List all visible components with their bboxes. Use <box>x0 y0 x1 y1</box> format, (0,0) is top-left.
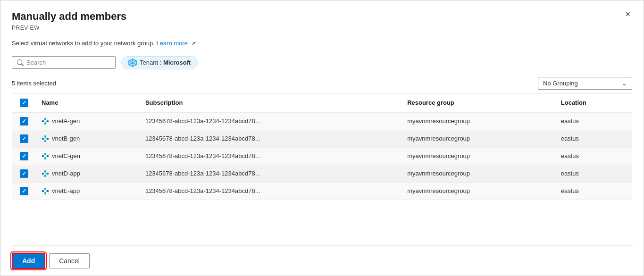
add-button[interactable]: Add <box>12 253 45 269</box>
row-resource-group: myavnmresourcegroup <box>401 147 555 165</box>
row-location: eastus <box>555 165 632 182</box>
dialog-title: Manually add members <box>12 10 632 24</box>
row-subscription: 12345678-abcd-123a-1234-1234abcd78... <box>140 112 401 130</box>
close-button[interactable]: × <box>621 8 634 20</box>
row-subscription: 12345678-abcd-123a-1234-1234abcd78... <box>140 182 401 200</box>
row-name: vnetC-gen <box>36 147 140 165</box>
tenant-icon <box>128 59 137 67</box>
row-name: vnetD-app <box>36 165 140 182</box>
table-row: vnetC-gen 12345678-abcd-123a-1234-1234ab… <box>12 147 632 165</box>
table-body: vnetA-gen 12345678-abcd-123a-1234-1234ab… <box>12 112 632 200</box>
svg-rect-24 <box>44 158 46 159</box>
members-table: Name Subscription Resource group Locatio… <box>12 94 632 200</box>
row-resource-group: myavnmresourcegroup <box>401 112 555 130</box>
chevron-down-icon: ⌄ <box>622 80 627 87</box>
row-name-text: vnetC-gen <box>52 152 80 159</box>
svg-rect-29 <box>42 173 44 175</box>
tenant-label: Tenant : Microsoft <box>140 59 191 66</box>
svg-rect-31 <box>44 170 46 172</box>
row-name-text: vnetA-gen <box>52 117 80 125</box>
tenant-badge[interactable]: Tenant : Microsoft <box>121 56 198 69</box>
table-row: vnetA-gen 12345678-abcd-123a-1234-1234ab… <box>12 112 632 130</box>
toolbar: Tenant : Microsoft <box>0 52 644 73</box>
row-name-text: vnetD-app <box>52 170 80 177</box>
row-location: eastus <box>555 182 632 200</box>
row-name-text: vnetE-app <box>52 187 80 194</box>
dialog-description: Select virtual networks to add to your n… <box>0 36 644 52</box>
svg-rect-14 <box>47 138 49 140</box>
row-checkbox-cell[interactable] <box>12 112 36 130</box>
row-checkbox-cell[interactable] <box>12 147 36 165</box>
table-row: vnetD-app 12345678-abcd-123a-1234-1234ab… <box>12 165 632 182</box>
svg-rect-6 <box>47 120 49 122</box>
svg-rect-8 <box>44 123 46 125</box>
row-location: eastus <box>555 112 632 130</box>
svg-rect-39 <box>44 188 46 190</box>
row-checkbox[interactable] <box>20 134 28 143</box>
cancel-button[interactable]: Cancel <box>49 253 90 268</box>
row-subscription: 12345678-abcd-123a-1234-1234abcd78... <box>140 130 401 147</box>
vnet-icon <box>42 170 49 177</box>
vnet-icon <box>42 152 49 160</box>
vnet-icon <box>42 117 49 125</box>
row-resource-group: myavnmresourcegroup <box>401 165 555 182</box>
svg-rect-38 <box>47 190 49 192</box>
column-name: Name <box>36 94 140 112</box>
select-all-header[interactable] <box>12 94 36 112</box>
row-resource-group: myavnmresourcegroup <box>401 130 555 147</box>
row-name: vnetB-gen <box>36 130 140 147</box>
row-location: eastus <box>555 130 632 147</box>
svg-rect-7 <box>44 118 46 120</box>
row-location: eastus <box>555 147 632 165</box>
svg-rect-37 <box>42 190 44 192</box>
svg-rect-16 <box>44 140 46 142</box>
description-text: Select virtual networks to add to your n… <box>12 40 155 47</box>
dialog-subtitle: PREVIEW <box>12 25 632 31</box>
table-row: vnetB-gen 12345678-abcd-123a-1234-1234ab… <box>12 130 632 147</box>
dialog-footer: Add Cancel <box>0 246 644 276</box>
table-container: Name Subscription Resource group Locatio… <box>12 93 632 246</box>
external-link-icon: ↗ <box>191 40 196 47</box>
row-name-text: vnetB-gen <box>52 135 80 142</box>
row-checkbox-cell[interactable] <box>12 182 36 200</box>
svg-rect-15 <box>44 135 46 137</box>
row-checkbox-cell[interactable] <box>12 165 36 182</box>
row-subscription: 12345678-abcd-123a-1234-1234abcd78... <box>140 147 401 165</box>
svg-rect-32 <box>44 175 46 177</box>
svg-rect-21 <box>42 155 44 157</box>
row-checkbox[interactable] <box>20 187 28 195</box>
svg-rect-13 <box>42 138 44 140</box>
svg-rect-30 <box>47 173 49 175</box>
column-subscription: Subscription <box>140 94 401 112</box>
row-subscription: 12345678-abcd-123a-1234-1234abcd78... <box>140 165 401 182</box>
search-icon <box>17 59 24 66</box>
dialog-header: Manually add members PREVIEW × <box>0 0 644 36</box>
table-header-row: Name Subscription Resource group Locatio… <box>12 94 632 112</box>
learn-more-link[interactable]: Learn more <box>156 40 187 47</box>
row-name: vnetE-app <box>36 182 140 200</box>
column-location: Location <box>555 94 632 112</box>
grouping-label: No Grouping <box>543 80 578 87</box>
row-checkbox-cell[interactable] <box>12 130 36 147</box>
row-checkbox[interactable] <box>20 152 28 160</box>
vnet-icon <box>42 187 49 195</box>
vnet-icon <box>42 135 49 142</box>
column-resource-group: Resource group <box>401 94 555 112</box>
manually-add-members-dialog: Manually add members PREVIEW × Select vi… <box>0 0 644 276</box>
svg-rect-23 <box>44 153 46 155</box>
row-resource-group: myavnmresourcegroup <box>401 182 555 200</box>
row-name: vnetA-gen <box>36 112 140 130</box>
svg-rect-22 <box>47 155 49 157</box>
search-input[interactable] <box>26 59 110 66</box>
svg-rect-5 <box>42 120 44 122</box>
items-selected-count: 5 items selected <box>12 80 56 87</box>
row-checkbox[interactable] <box>20 117 28 125</box>
svg-rect-40 <box>44 192 46 194</box>
status-bar: 5 items selected No Grouping ⌄ <box>0 73 644 93</box>
search-box[interactable] <box>12 56 116 69</box>
table-row: vnetE-app 12345678-abcd-123a-1234-1234ab… <box>12 182 632 200</box>
select-all-checkbox[interactable] <box>20 99 28 107</box>
grouping-dropdown[interactable]: No Grouping ⌄ <box>538 77 632 90</box>
row-checkbox[interactable] <box>20 169 28 178</box>
